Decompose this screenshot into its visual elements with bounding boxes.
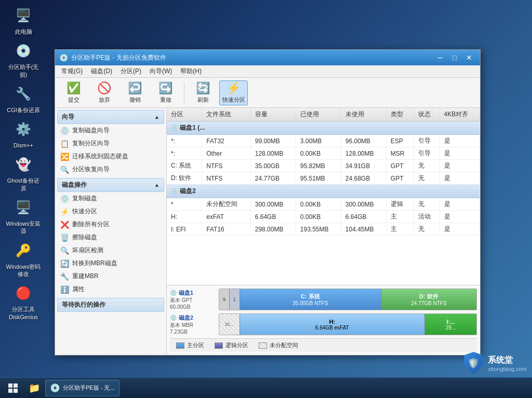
quick-partition-button[interactable]: ⚡ 快速分区	[219, 80, 248, 105]
partition-name: *:	[167, 135, 202, 147]
refresh-button[interactable]: 🔄 刷新	[189, 80, 217, 105]
sidebar-properties[interactable]: ℹ️ 属性	[57, 283, 164, 296]
submit-label: 提交	[68, 96, 79, 104]
undo-icon: ↩️	[128, 81, 142, 95]
legend-unallocated-label: 未分配空间	[270, 341, 298, 349]
taskbar-app-label: 分区助手PE版 - 无...	[63, 384, 115, 392]
partition-capacity: 24.77GB	[250, 172, 296, 185]
disk2-bar[interactable]: 30... H: 6.64GB exFAT I:... 29...	[219, 313, 477, 335]
submit-icon: ✅	[66, 81, 81, 95]
wizard-section-header[interactable]: 向导 ▲	[57, 110, 164, 124]
convert-mbr-icon: 🔄	[60, 259, 69, 268]
partition-name: *:	[167, 147, 202, 160]
minimize-button[interactable]: ─	[433, 52, 447, 63]
disk1-seg-esp[interactable]: 9	[219, 289, 230, 310]
partition-type: 主	[386, 211, 414, 223]
undo-button[interactable]: ↩️ 撤销	[121, 80, 149, 105]
table-row[interactable]: D: 软件 NTFS 24.77GB 95.51MB 24.68GB GPT 无…	[167, 172, 480, 185]
table-row[interactable]: I: EFI FAT16 298.00MB 193.55MB 104.45MB …	[167, 223, 480, 236]
table-row[interactable]: *: Other 128.00MB 0.00KB 128.00MB MSR 引导…	[167, 147, 480, 160]
desktop-icon-windows-installer[interactable]: 🖥️ Windows安装器	[5, 197, 42, 235]
sidebar-quick-partition2[interactable]: ⚡ 快速分区	[57, 205, 164, 218]
disk-ops-section-header[interactable]: 磁盘操作 ▲	[57, 178, 164, 192]
taskbar-app-item[interactable]: 💿 分区助手PE版 - 无...	[45, 380, 119, 396]
submit-button[interactable]: ✅ 提交	[59, 80, 88, 105]
menu-general[interactable]: 常规(G)	[57, 66, 87, 77]
disk1-seg-c[interactable]: C: 系统 35.00GB NTFS	[240, 289, 381, 310]
menu-partition[interactable]: 分区(P)	[116, 66, 145, 77]
windows-pwd-label: Windows密码修改	[5, 263, 42, 278]
col-4k: 4KB对齐	[440, 108, 480, 121]
wizard-section-arrow: ▲	[154, 114, 159, 120]
windows-installer-icon: 🖥️	[13, 197, 34, 218]
desktop-icon-my-computer[interactable]: 🖥️ 此电脑	[5, 5, 42, 35]
partition-4k: 是	[440, 198, 480, 211]
diskgenius-icon: 🔴	[13, 283, 34, 304]
redo-button[interactable]: ↪️ 重做	[151, 80, 180, 105]
disk1-header-row[interactable]: 💿 磁盘1 (...	[167, 121, 480, 135]
desktop-icon-windows-pwd[interactable]: 🔑 Windows密码修改	[5, 240, 42, 278]
disk-ops-arrow: ▲	[154, 182, 159, 188]
dism-icon: ⚙️	[13, 119, 34, 140]
sidebar-convert-mbr[interactable]: 🔄 转换到MBR磁盘	[57, 257, 164, 270]
partition-status: 引导	[414, 147, 440, 160]
table-row[interactable]: H: exFAT 6.64GB 0.00KB 6.64GB 主 活动 是	[167, 211, 480, 223]
windows-logo-icon	[8, 383, 18, 393]
partition-type: 主	[386, 223, 414, 236]
desktop-icon-cgi-backup[interactable]: 🔧 CGI备份还原	[5, 84, 42, 114]
sidebar-wipe-disk[interactable]: 🗑️ 擦除磁盘	[57, 231, 164, 244]
menu-help[interactable]: 帮助(H)	[176, 66, 206, 77]
partition-free: 96.00MB	[341, 135, 386, 147]
discard-button[interactable]: 🚫 放弃	[90, 80, 118, 105]
start-button[interactable]	[3, 380, 23, 396]
partition-used: 193.55MB	[296, 223, 341, 236]
sidebar-partition-recovery[interactable]: 🔍 分区恢复向导	[57, 163, 164, 176]
redo-label: 重做	[160, 96, 171, 104]
sidebar-migrate-os[interactable]: 🔀 迁移系统到固态硬盘	[57, 150, 164, 163]
menu-disk[interactable]: 磁盘(D)	[87, 66, 116, 77]
pending-section: 等待执行的操作	[57, 298, 164, 312]
desktop-icon-diskgenius[interactable]: 🔴 分区工具DiskGenius	[5, 283, 42, 321]
desktop-icon-ghost[interactable]: 👻 Ghost备份还原	[5, 154, 42, 192]
disk1-seg-d[interactable]: D: 软件 24.77GB NTFS	[381, 289, 476, 310]
col-capacity: 容量	[250, 108, 296, 121]
undo-label: 撤销	[129, 96, 141, 104]
pending-section-header[interactable]: 等待执行的操作	[57, 298, 164, 312]
restore-button[interactable]: □	[448, 52, 461, 63]
disk2-seg-h[interactable]: H: 6.64GB exFAT	[240, 314, 425, 335]
disk2-seg-i[interactable]: I:... 29...	[425, 314, 476, 335]
sidebar-copy-disk2[interactable]: 💿 复制磁盘	[57, 192, 164, 205]
table-row[interactable]: C: 系统 NTFS 35.00GB 95.82MB 34.91GB GPT 无…	[167, 160, 480, 172]
partition-capacity: 99.00MB	[250, 135, 296, 147]
partition-4k: 是	[440, 211, 480, 223]
menu-wizard[interactable]: 向导(W)	[145, 66, 176, 77]
close-button[interactable]: ✕	[462, 52, 476, 63]
disk1-seg-msr[interactable]: 1	[230, 289, 240, 310]
disk1-bar[interactable]: 9 1 C: 系统 35.00GB NTFS D: 软件 24.77GB NTF…	[219, 289, 477, 310]
disk2-seg-unalloc[interactable]: 30...	[219, 314, 240, 335]
disk2-size: 7.23GB	[170, 329, 217, 335]
sidebar-delete-all[interactable]: ❌ 删除所有分区	[57, 218, 164, 231]
col-partition: 分区	[167, 108, 202, 121]
disk2-icon: 💿	[170, 314, 177, 321]
wizard-section: 向导 ▲ 💿 复制磁盘向导 📋 复制分区向导 🔀 迁移系统到固态硬盘 🔍	[57, 110, 164, 176]
explorer-button[interactable]: 📁	[26, 380, 43, 396]
table-row[interactable]: *: FAT32 99.00MB 3.00MB 96.00MB ESP 引导 是	[167, 135, 480, 147]
watermark-url: xitongtang.com	[488, 366, 527, 372]
sidebar-copy-disk[interactable]: 💿 复制磁盘向导	[57, 124, 164, 137]
disk2-name: 💿 磁盘2	[170, 314, 217, 322]
discard-label: 放弃	[99, 96, 110, 104]
partition-capacity: 298.00MB	[250, 223, 296, 236]
sidebar-copy-partition[interactable]: 📋 复制分区向导	[57, 137, 164, 150]
disk2-header-row[interactable]: 💿 磁盘2	[167, 185, 480, 198]
sidebar-rebuild-mbr[interactable]: 🔧 重建MBR	[57, 270, 164, 283]
my-computer-icon: 🖥️	[13, 5, 34, 26]
table-row[interactable]: * 未分配空间 300.00MB 0.00KB 300.00MB 逻辑 无 是	[167, 198, 480, 211]
legend-primary: 主分区	[176, 341, 204, 349]
desktop-icon-partition-assistant[interactable]: 💿 分区助手(无损)	[5, 40, 42, 78]
desktop-icon-dism[interactable]: ⚙️ Dism++	[5, 119, 42, 149]
sidebar-bad-sector[interactable]: 🔍 坏扇区检测	[57, 244, 164, 257]
rebuild-mbr-icon: 🔧	[60, 272, 69, 281]
partition-used: 3.00MB	[296, 135, 341, 147]
sidebar: 向导 ▲ 💿 复制磁盘向导 📋 复制分区向导 🔀 迁移系统到固态硬盘 🔍	[55, 108, 167, 355]
